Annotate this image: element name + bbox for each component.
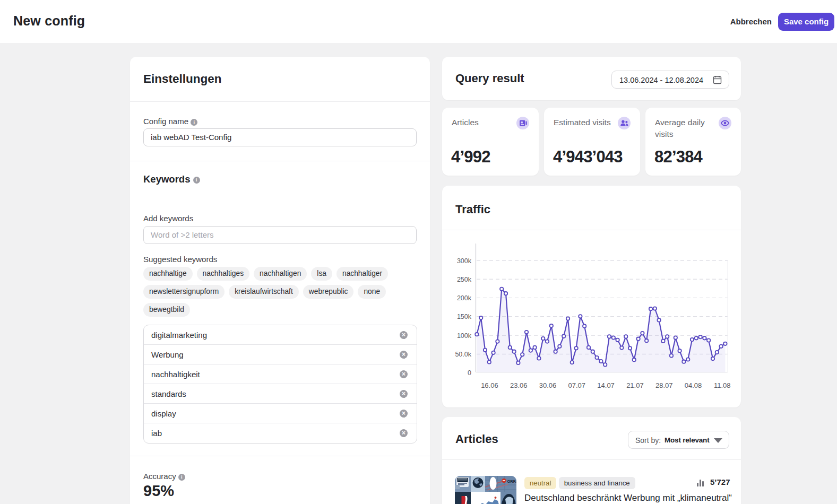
svg-text:50.0k: 50.0k — [455, 351, 471, 358]
svg-text:23.06: 23.06 — [510, 381, 528, 389]
svg-text:200k: 200k — [457, 294, 472, 302]
svg-text:07.07: 07.07 — [568, 381, 586, 389]
svg-text:04.08: 04.08 — [685, 381, 702, 389]
svg-text:14.07: 14.07 — [597, 381, 615, 389]
svg-text:21.07: 21.07 — [626, 381, 644, 389]
svg-text:ORF.at: ORF.at — [507, 479, 517, 484]
svg-text:100k: 100k — [457, 332, 472, 340]
svg-text:30.06: 30.06 — [539, 381, 557, 389]
svg-text:11.08: 11.08 — [714, 381, 731, 389]
svg-text:150k: 150k — [457, 313, 472, 320]
svg-text:0: 0 — [468, 369, 471, 377]
svg-text:28.07: 28.07 — [655, 381, 673, 389]
svg-text:16.06: 16.06 — [481, 381, 498, 389]
svg-text:250k: 250k — [457, 276, 472, 283]
svg-text:300k: 300k — [457, 257, 472, 265]
